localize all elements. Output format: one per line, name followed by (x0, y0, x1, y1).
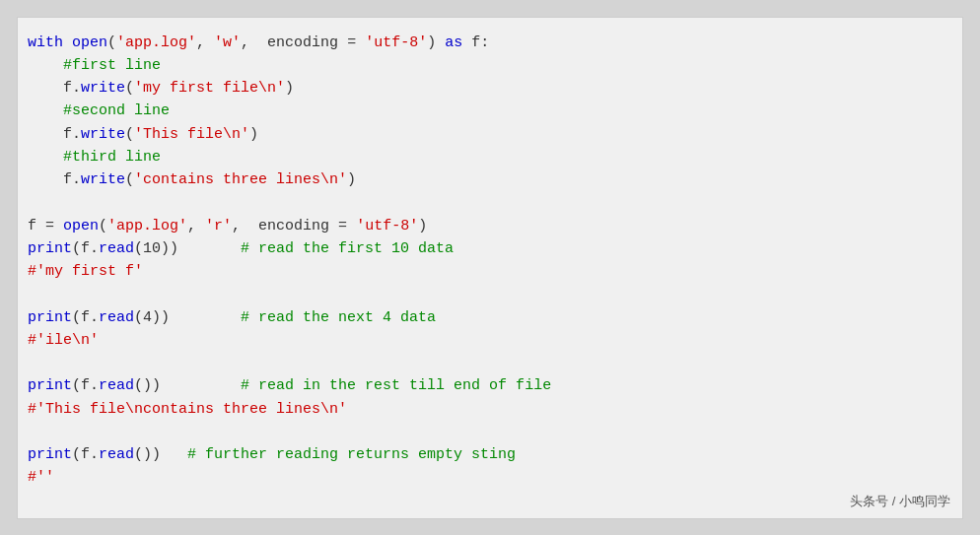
str-w: 'w' (214, 34, 241, 51)
read1-arg: (10)) (134, 240, 241, 257)
pw2-open: ( (125, 126, 134, 143)
indent5 (28, 149, 63, 166)
f-write1: f. (63, 80, 81, 97)
paren-open: ( (107, 34, 116, 51)
output-ile: #'ile\n' (28, 332, 99, 349)
open2-args: ( (99, 218, 107, 234)
str-r: 'r' (205, 218, 232, 234)
indent1 (28, 57, 63, 74)
fn-open2: open (63, 218, 99, 234)
str-applog-r: 'app.log' (107, 218, 187, 234)
output-thisfile: #'This file\ncontains three lines\n' (28, 401, 347, 418)
str-utf8-2: 'utf-8' (356, 218, 418, 234)
open2-close: ) (418, 218, 427, 234)
f-colon: f: (462, 34, 489, 51)
fn-write3: write (81, 171, 125, 188)
keyword-as: as (445, 34, 462, 51)
print2-args: (f. (72, 309, 99, 326)
fn-print2: print (28, 309, 72, 326)
watermark: 头条号 / 小鸣同学 (850, 493, 950, 510)
indent2 (28, 80, 63, 97)
fn-open: open (72, 34, 107, 51)
comment-second-line: #second line (63, 102, 170, 119)
cmt-read10: # read the first 10 data (241, 240, 454, 257)
fn-write2: write (81, 126, 125, 143)
pw3-close: ) (347, 171, 356, 188)
pw2-close: ) (249, 126, 258, 143)
str-myfirst: 'my first file\n' (134, 80, 285, 97)
cmt-empty: # further reading returns empty sting (187, 446, 516, 463)
output-empty: #'' (28, 469, 54, 486)
indent4 (28, 126, 63, 143)
comma1: , (196, 34, 214, 51)
fn-print1: print (28, 240, 72, 257)
fn-print4: print (28, 446, 72, 463)
output-myfirstf: #'my first f' (28, 263, 143, 280)
pw1-close: ) (285, 80, 294, 97)
print4-args: (f. (72, 446, 99, 463)
read3-arg: ()) (134, 377, 241, 394)
print1-args: (f. (72, 240, 99, 257)
comma2: , encoding = (241, 34, 365, 51)
str-contains: 'contains three lines\n' (134, 171, 347, 188)
str-utf8: 'utf-8' (365, 34, 427, 51)
f-write2: f. (63, 126, 81, 143)
f-write3: f. (63, 171, 81, 188)
comma4: , encoding = (232, 218, 356, 234)
comment-third-line: #third line (63, 149, 161, 166)
read2-arg: (4)) (134, 309, 241, 326)
indent6 (28, 171, 63, 188)
fn-read4: read (99, 446, 134, 463)
pw3-open: ( (125, 171, 134, 188)
fn-read3: read (99, 377, 134, 394)
keyword-with: with (28, 34, 63, 51)
fn-read1: read (99, 240, 134, 257)
f-assign: f = (28, 218, 63, 234)
comma3: , (187, 218, 205, 234)
str-thisfile: 'This file\n' (134, 126, 249, 143)
read4-arg: ()) (134, 446, 187, 463)
code-container: with open('app.log', 'w', encoding = 'ut… (17, 17, 963, 519)
str-applog-w: 'app.log' (116, 34, 196, 51)
paren-close: ) (427, 34, 445, 51)
fn-write1: write (81, 80, 125, 97)
indent3 (28, 102, 63, 119)
fn-print3: print (28, 377, 72, 394)
comment-first-line: #first line (63, 57, 161, 74)
code-block: with open('app.log', 'w', encoding = 'ut… (28, 32, 952, 490)
pw1-open: ( (125, 80, 134, 97)
print3-args: (f. (72, 377, 99, 394)
fn-read2: read (99, 309, 134, 326)
cmt-readrest: # read in the rest till end of file (241, 377, 551, 394)
code-text (63, 34, 72, 51)
cmt-read4: # read the next 4 data (241, 309, 436, 326)
